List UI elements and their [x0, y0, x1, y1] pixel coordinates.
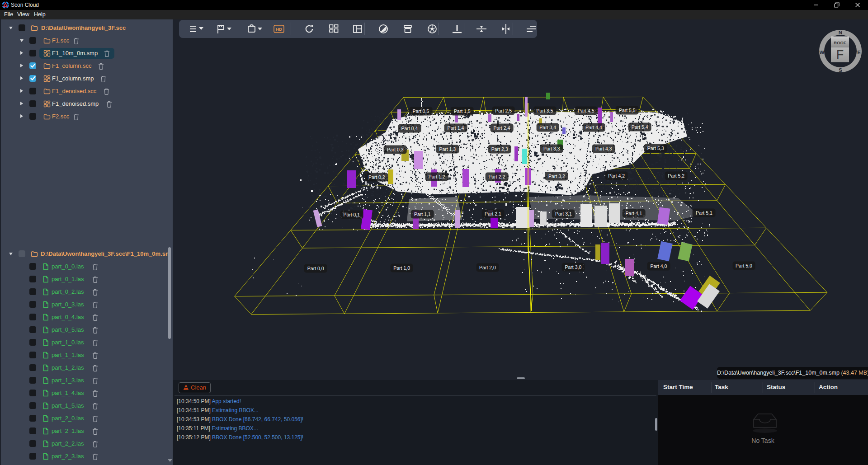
svg-text:N: N	[839, 30, 842, 35]
svg-text:S: S	[839, 67, 842, 73]
svg-text:W: W	[820, 50, 825, 55]
svg-text:HD: HD	[276, 27, 282, 32]
svg-text:F: F	[836, 48, 844, 61]
svg-text:ROOF: ROOF	[834, 40, 846, 45]
svg-text:E: E	[857, 50, 861, 55]
